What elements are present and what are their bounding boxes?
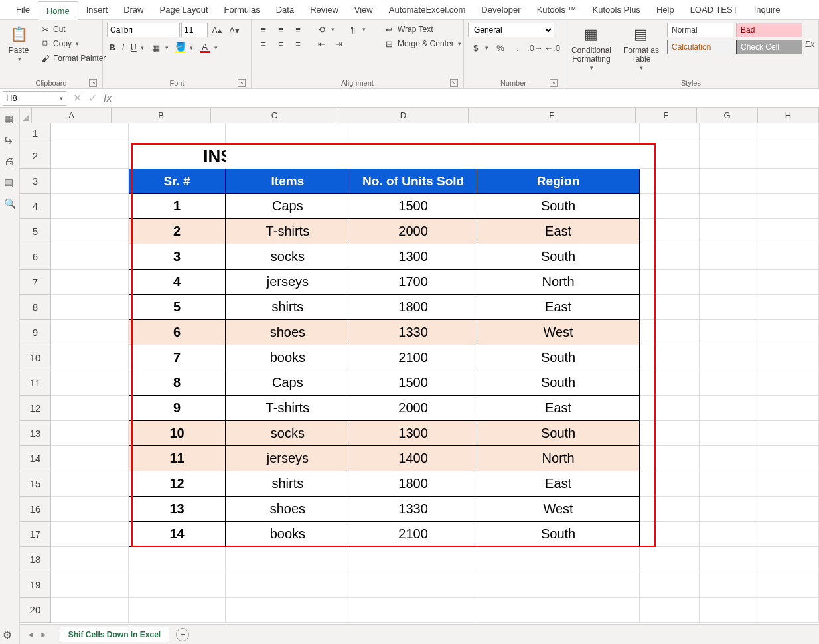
underline-button[interactable]: U▾ (128, 41, 147, 54)
cell-A20[interactable] (51, 598, 129, 623)
table-cell[interactable]: North (477, 270, 640, 295)
formula-input[interactable] (118, 91, 819, 106)
table-cell[interactable]: 7 (129, 345, 226, 370)
grid-icon[interactable]: ▦ (4, 113, 16, 125)
tab-inquire[interactable]: Inquire (746, 1, 788, 19)
cell-B2[interactable]: INSERT ROWS BY PRESSING CTRL + SHIFT + + (129, 143, 226, 169)
cell-C18[interactable] (226, 547, 350, 572)
cell-D20[interactable] (350, 598, 477, 623)
table-cell[interactable]: shirts (226, 295, 350, 320)
table-cell[interactable]: 2100 (350, 522, 477, 547)
tab-insert[interactable]: Insert (78, 1, 116, 19)
cell-A1[interactable] (51, 123, 129, 143)
table-cell[interactable]: 1800 (350, 295, 477, 320)
col-header-H[interactable]: H (758, 108, 819, 123)
cell-F6[interactable] (640, 244, 700, 270)
table-header-1[interactable]: Items (226, 169, 350, 194)
cell-A19[interactable] (51, 572, 129, 598)
cell-H2[interactable] (759, 143, 819, 169)
copy-button[interactable]: ⧉Copy▾ (37, 37, 108, 50)
style-more[interactable]: Ex (805, 40, 814, 54)
cell-G4[interactable] (700, 194, 759, 219)
table-cell[interactable]: shirts (226, 471, 350, 497)
row-header-7[interactable]: 7 (20, 270, 51, 295)
row-header-20[interactable]: 20 (20, 598, 51, 623)
align-right-button[interactable]: ≡ (290, 37, 306, 50)
conditional-formatting-button[interactable]: ▦ Conditional Formatting▾ (567, 23, 615, 73)
row-header-9[interactable]: 9 (20, 320, 51, 345)
cell-H5[interactable] (759, 219, 819, 244)
table-cell[interactable]: 13 (129, 497, 226, 522)
col-header-E[interactable]: E (469, 108, 636, 123)
cell-F9[interactable] (640, 320, 700, 345)
table-cell[interactable]: East (477, 396, 640, 421)
table-cell[interactable]: North (477, 446, 640, 471)
row-header-13[interactable]: 13 (20, 421, 51, 446)
cell-H10[interactable] (759, 345, 819, 370)
align-top-button[interactable]: ≡ (256, 23, 271, 36)
table-cell[interactable]: West (477, 497, 640, 522)
table-cell[interactable]: West (477, 320, 640, 345)
cell-H15[interactable] (759, 471, 819, 497)
cell-H3[interactable] (759, 169, 819, 194)
paste-button[interactable]: 📋 Paste ▾ (4, 23, 33, 64)
merge-center-button[interactable]: ⊟Merge & Center▾ (382, 37, 464, 50)
cell-G19[interactable] (700, 572, 759, 598)
cell-G8[interactable] (700, 295, 759, 320)
table-cell[interactable]: T-shirts (226, 396, 350, 421)
cell-F10[interactable] (640, 345, 700, 370)
cell-A5[interactable] (51, 219, 129, 244)
align-left-button[interactable]: ≡ (256, 37, 271, 50)
accounting-format-button[interactable]: $▾ (468, 41, 491, 54)
dialog-launcher-icon[interactable]: ↘ (89, 79, 97, 87)
cell-A11[interactable] (51, 370, 129, 396)
cell-G11[interactable] (700, 370, 759, 396)
cell-G6[interactable] (700, 244, 759, 270)
table-cell[interactable]: 14 (129, 522, 226, 547)
tab-load-test[interactable]: LOAD TEST (682, 1, 746, 19)
table-cell[interactable]: 1400 (350, 446, 477, 471)
cell-E2[interactable] (477, 143, 640, 169)
table-cell[interactable]: 10 (129, 421, 226, 446)
row-header-10[interactable]: 10 (20, 345, 51, 370)
cell-E19[interactable] (477, 572, 640, 598)
italic-button[interactable]: I (119, 41, 127, 54)
cell-B18[interactable] (129, 547, 226, 572)
comma-button[interactable]: , (510, 41, 526, 54)
cell-F2[interactable] (640, 143, 700, 169)
cell-A18[interactable] (51, 547, 129, 572)
dialog-launcher-icon[interactable]: ↘ (450, 79, 458, 87)
cell-A6[interactable] (51, 244, 129, 270)
align-center-button[interactable]: ≡ (273, 37, 289, 50)
sheet-next-icon[interactable]: ► (40, 630, 48, 639)
col-header-F[interactable]: F (636, 108, 697, 123)
cell-A4[interactable] (51, 194, 129, 219)
table-cell[interactable]: South (477, 244, 640, 270)
cell-A3[interactable] (51, 169, 129, 194)
direction-button[interactable]: ¶▾ (345, 23, 368, 36)
cell-F3[interactable] (640, 169, 700, 194)
tab-automateexcel-com[interactable]: AutomateExcel.com (381, 1, 474, 19)
cell-F7[interactable] (640, 270, 700, 295)
orientation-button[interactable]: ⟲▾ (314, 23, 337, 36)
decrease-indent-button[interactable]: ⇤ (314, 37, 330, 50)
table-cell[interactable]: South (477, 194, 640, 219)
table-cell[interactable]: books (226, 345, 350, 370)
cell-F13[interactable] (640, 421, 700, 446)
table-cell[interactable]: 1300 (350, 244, 477, 270)
cell-H17[interactable] (759, 522, 819, 547)
tab-file[interactable]: File (8, 1, 38, 19)
table-cell[interactable]: shoes (226, 320, 350, 345)
cell-G15[interactable] (700, 471, 759, 497)
cell-C2[interactable] (226, 143, 350, 169)
cell-A12[interactable] (51, 396, 129, 421)
cell-H11[interactable] (759, 370, 819, 396)
cell-A2[interactable] (51, 143, 129, 169)
style-normal[interactable]: Normal (667, 23, 733, 37)
cell-G3[interactable] (700, 169, 759, 194)
cell-H19[interactable] (759, 572, 819, 598)
table-header-2[interactable]: No. of Units Sold (350, 169, 477, 194)
table-cell[interactable]: 2000 (350, 396, 477, 421)
cancel-icon[interactable]: ✕ (73, 92, 82, 104)
font-name-combo[interactable] (107, 23, 180, 37)
